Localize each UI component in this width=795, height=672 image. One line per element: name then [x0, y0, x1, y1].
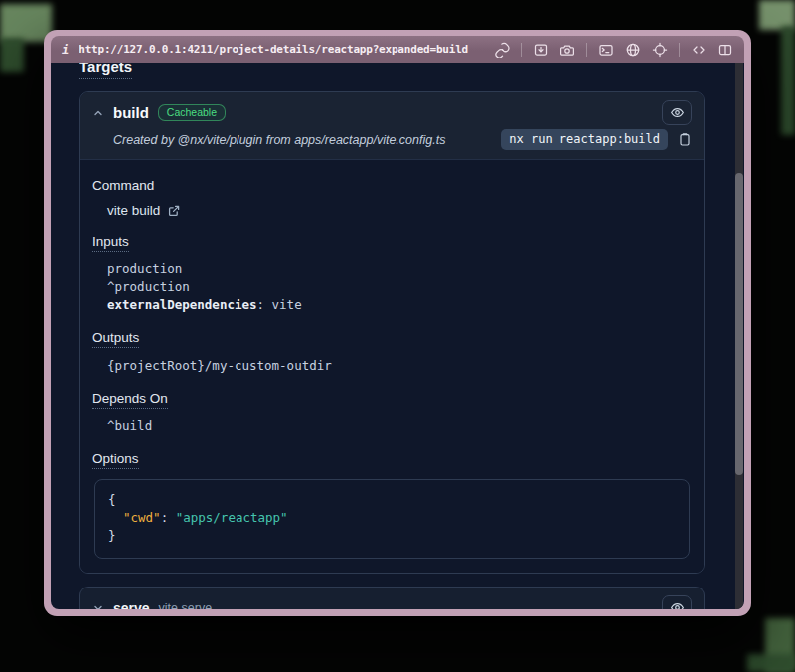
background-artifact	[781, 26, 795, 135]
target-name[interactable]: build	[113, 104, 149, 121]
globe-icon[interactable]	[625, 42, 641, 58]
toolbar-divider	[521, 43, 522, 57]
camera-icon[interactable]	[559, 42, 575, 58]
background-artifact	[747, 654, 795, 672]
cacheable-badge: Cacheable	[158, 104, 226, 122]
target-card-build: build Cacheable Created by @nx/vite/plug…	[80, 91, 705, 574]
target-summary: vite serve	[159, 601, 213, 610]
target-name[interactable]: serve	[113, 600, 150, 610]
json-line: "cwd": "apps/reactapp"	[108, 509, 676, 527]
external-link-icon[interactable]	[167, 204, 181, 218]
inputs-label[interactable]: Inputs	[92, 234, 129, 252]
created-by-text: Created by @nx/vite/plugin from apps/rea…	[113, 133, 445, 147]
output-item: {projectRoot}/my-custom-outdir	[107, 357, 692, 375]
view-target-button[interactable]	[662, 595, 692, 609]
terminal-icon[interactable]	[598, 42, 614, 58]
options-label[interactable]: Options	[92, 451, 139, 469]
background-artifact	[0, 38, 24, 72]
depends-on-label[interactable]: Depends On	[92, 391, 168, 409]
input-item: ^production	[107, 278, 692, 296]
link-icon[interactable]	[494, 42, 510, 58]
chevron-up-icon[interactable]	[92, 107, 104, 119]
chevron-down-icon[interactable]	[92, 602, 104, 610]
copy-icon[interactable]	[678, 132, 692, 147]
eye-icon	[670, 600, 685, 609]
input-item: production	[107, 260, 692, 278]
browser-toolbar: i http://127.0.0.1:4211/project-details/…	[51, 36, 744, 63]
eye-icon	[670, 105, 685, 120]
outputs-label[interactable]: Outputs	[92, 330, 139, 348]
toolbar-divider	[586, 43, 587, 57]
options-json-block: { "cwd": "apps/reactapp" }	[94, 479, 690, 559]
browser-window: i http://127.0.0.1:4211/project-details/…	[44, 30, 751, 616]
build-card-header: build Cacheable Created by @nx/vite/plug…	[80, 92, 704, 160]
command-label: Command	[92, 178, 154, 193]
build-card-body: Command vite build Inputs production ^pr…	[80, 160, 704, 573]
json-line: {	[108, 491, 676, 509]
input-item: externalDependencies: vite	[107, 296, 692, 314]
url-field[interactable]: http://127.0.0.1:4211/project-details/re…	[79, 43, 468, 56]
json-line: }	[108, 527, 676, 545]
background-artifact	[0, 4, 52, 42]
command-value: vite build	[107, 203, 160, 218]
run-command-chip[interactable]: nx run reactapp:build	[501, 129, 668, 150]
target-card-serve: serve vite serve	[80, 587, 705, 609]
code-icon[interactable]	[691, 42, 707, 58]
box-arrow-down-icon[interactable]	[533, 42, 549, 58]
page-viewport: Targets build Cacheable	[51, 63, 744, 609]
split-view-icon[interactable]	[717, 42, 733, 58]
scrollbar-thumb[interactable]	[735, 173, 743, 475]
crosshair-icon[interactable]	[652, 42, 668, 58]
depends-on-item: ^build	[107, 418, 692, 435]
toolbar-divider	[679, 43, 680, 57]
scrollbar-track[interactable]	[735, 63, 743, 609]
toolbar-actions	[494, 42, 733, 58]
targets-heading: Targets	[80, 63, 705, 79]
info-icon: i	[62, 43, 69, 57]
view-target-button[interactable]	[662, 100, 692, 125]
